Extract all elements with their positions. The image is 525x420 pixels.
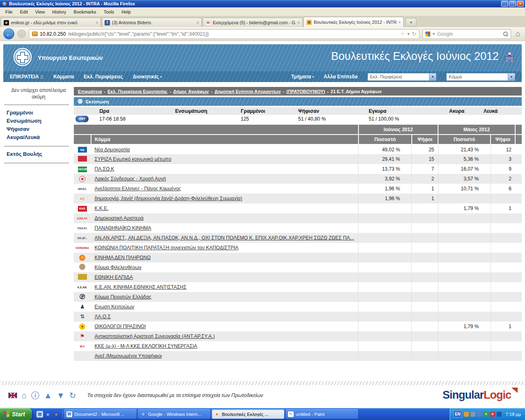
antivirus-tray-icon[interactable]: V — [484, 412, 488, 417]
url-bar[interactable]: 10.82.0.250 /ekloges/public/#{"cls":"lev… — [29, 29, 420, 39]
party-link[interactable]: Δημοκρατική Αριστερά — [95, 215, 144, 221]
print-label[interactable]: Εκτύπωση — [86, 99, 109, 104]
forward-button[interactable]: → — [17, 30, 26, 38]
menu-item[interactable]: File — [2, 8, 16, 16]
home-button[interactable]: ⌂ — [514, 30, 522, 38]
sidebar-item[interactable]: Γραμμένοι — [3, 109, 74, 117]
info-icon[interactable]: i — [31, 391, 39, 399]
new-tab-button[interactable]: + — [406, 18, 416, 27]
chevron-down-icon[interactable]: ▾ — [508, 73, 515, 80]
sidebar-item[interactable]: Ακυρα/Λευκά — [3, 133, 74, 142]
app-tray-icon[interactable] — [497, 412, 502, 417]
search-icon[interactable] — [503, 32, 508, 37]
bookmark-star-icon[interactable]: ☆ — [400, 31, 405, 37]
party-link[interactable]: Ενωση Κεντρώων — [95, 304, 134, 310]
maximize-button[interactable]: ❐ — [509, 1, 516, 7]
tab-close-icon[interactable]: × — [196, 21, 199, 25]
home-icon[interactable]: ⌂ — [22, 391, 27, 400]
firefox-icon[interactable]: ● — [53, 411, 59, 418]
menu-item[interactable]: Help — [118, 8, 135, 16]
taskbar-button-label: Βουλευτικές Εκλογές ... — [222, 412, 269, 417]
menu-item[interactable]: View — [32, 8, 49, 16]
sidebar-item[interactable]: Ενσωμάτωση — [3, 117, 74, 125]
tab-close-icon[interactable]: × — [96, 21, 98, 25]
party-link[interactable]: ΚΚΕ (μ-λ) - Μ-Λ ΚΚΕ ΕΚΛΟΓΙΚΗ ΣΥΝΕΡΓΑΣΙΑ — [95, 343, 197, 349]
tab[interactable]: f(3) Antonios Bideris× — [102, 18, 202, 27]
party-link[interactable]: Κ.Ε.ΑΝ. ΚΙΝΗΜΑ ΕΘΝΙΚΗΣ ΑΝΤΙΣΤΑΣΗΣ — [95, 284, 187, 290]
taskbar-button[interactable]: ✎untitled - Paint — [285, 409, 358, 419]
start-button[interactable]: Start — [0, 408, 32, 420]
breadcrumb-item[interactable]: Επικράτεια — [78, 89, 102, 94]
party-link[interactable]: Αντικαπιταλιστική Αριστερή Συνεργασία (Α… — [95, 333, 215, 339]
messenger-tray-icon[interactable] — [477, 412, 482, 417]
language-indicator[interactable]: EN — [453, 411, 462, 418]
nav-item[interactable]: Εκλ. Περιφέρειες — [84, 74, 123, 80]
party-link[interactable]: ΚΙΝΗΜΑ ΔΕΝ ΠΛΗΡΩΝΩ — [95, 255, 151, 260]
menu-item[interactable]: Bookmarks — [70, 8, 100, 16]
tab[interactable]: MΕισερχόμενα (5) - bideris@gmail.com - G… — [203, 18, 303, 27]
wireless-tray-icon[interactable] — [470, 412, 475, 417]
window-titlebar[interactable]: Βουλευτικές Εκλογές Ιούνιος 2012 - INTRA… — [0, 0, 525, 7]
up-arrow-icon[interactable]: ▲ — [44, 391, 52, 400]
breadcrumb-item[interactable]: Δημοτική Ενότητα Απεραντίων — [215, 89, 281, 94]
nav-item[interactable]: Αλλα Επίπεδα — [324, 74, 358, 80]
party-link[interactable]: Κόμμα Φιλελευθέρων — [95, 265, 142, 270]
google-icon[interactable] — [425, 32, 430, 37]
party-link[interactable]: ΕΘΝΙΚΗ ΕΛΠΙΔΑ — [95, 274, 133, 280]
refresh-icon[interactable]: ↻ — [69, 391, 76, 400]
tab-close-icon[interactable]: × — [398, 20, 401, 25]
party-link[interactable]: δημιουργία, ξανά! (δημιουργία ξανά!-Δράσ… — [95, 196, 242, 201]
reload-icon[interactable]: ↻ — [412, 31, 416, 37]
menu-item[interactable]: Tools — [100, 8, 118, 16]
party-link[interactable]: ΟΙΚΟΛΟΓΟΙ ΠΡΑΣΙΝΟΙ — [95, 324, 146, 329]
breadcrumb-item[interactable]: Δήμος Αγράφων — [173, 89, 209, 94]
tab[interactable]: eenikos.gr - εδώ μιλάμε στον ενικό× — [1, 18, 101, 27]
ie-icon[interactable]: e — [45, 411, 51, 418]
site-identity-icon[interactable] — [32, 32, 38, 36]
party-link[interactable]: Λαικός Σύνδεσμος - Χρυσή Αυγή — [95, 176, 166, 182]
clock[interactable]: 7:18 μμ — [506, 412, 521, 417]
taskbar-button[interactable]: WDocument2 - Microsoft ... — [64, 409, 137, 419]
blocked-tray-icon[interactable]: ⊘ — [490, 412, 495, 417]
back-button[interactable]: ← — [3, 28, 14, 39]
print-bar[interactable]: Εκτύπωση — [74, 97, 522, 106]
down-arrow-icon[interactable]: ▼ — [57, 391, 65, 400]
party-link[interactable]: ΠΑ.ΣΟ.Κ — [95, 166, 114, 172]
party-link[interactable]: ΠΑΝΑΘΗΝΑΪΚΟ ΚΙΝΗΜΑ — [95, 225, 151, 231]
breadcrumb-item[interactable]: (ΠΡΑΤΟΒΟΥΝΙΟΥ) — [286, 89, 325, 94]
search-engine-dropdown-icon[interactable]: ▾ — [432, 31, 435, 37]
party-link[interactable]: Κόμμα Πειρατών Ελλάδας — [95, 294, 152, 300]
chevron-down-icon[interactable]: ▾ — [429, 73, 436, 80]
party-link[interactable]: Κ.Κ.Ε. — [95, 205, 109, 211]
minimize-button[interactable]: _ — [501, 1, 508, 7]
region-select[interactable]: Εκλ. Περιφέρεια▾ — [368, 73, 436, 81]
party-link[interactable]: Ανεξ./Μεμονωμένοι Υποψήφιοι — [95, 353, 162, 359]
search-input[interactable]: Google — [437, 31, 501, 37]
tab-active[interactable]: ▣Βουλευτικές Εκλογές Ιούνιος 2012 - INTR… — [304, 17, 404, 27]
close-button[interactable]: × — [517, 1, 524, 7]
sidebar-item[interactable]: Ψήφισαν — [3, 125, 74, 133]
nav-item[interactable]: ΕΠΙΚΡΑΤΕΙΑ :: — [10, 74, 43, 80]
taskbar-button[interactable]: eGoogle - Windows Intern... — [138, 409, 210, 419]
party-link[interactable]: Ανεξάρτητοι Ελληνες - Πάνος Καμμένος — [95, 186, 181, 192]
party-link[interactable]: ΛΑ.Ο.Σ — [95, 314, 111, 320]
msn-tray-icon[interactable] — [464, 412, 469, 417]
party-link[interactable]: ΣΥΡΙΖΑ Ενωτικό κοινωνικό μέτωπο — [95, 156, 171, 162]
nav-item[interactable]: Διοικητικές▾ — [133, 74, 162, 80]
menu-item[interactable]: Edit — [16, 8, 32, 16]
menu-item[interactable]: History — [48, 8, 70, 16]
party-link[interactable]: Νέα Δημοκρατία — [95, 147, 130, 153]
url-dropdown-icon[interactable]: ▾ — [407, 31, 410, 37]
search-bar[interactable]: ▾ Google — [422, 29, 511, 39]
breadcrumb-item[interactable]: Εκλ. Περιφέρεια Ευρυτανίας — [107, 89, 167, 94]
nav-item[interactable]: Τμήματα▾ — [291, 74, 314, 80]
taskbar-button[interactable]: ●Βουλευτικές Εκλογές ... — [212, 409, 284, 419]
party-select[interactable]: Κόμμα▾ — [446, 73, 515, 81]
sidebar-item[interactable]: Εκτός Βουλής — [3, 150, 74, 158]
party-link[interactable]: ΚΟΙΝΩΝΙΑ ΠΟΛΙΤΙΚΗ ΠΑΡΑΤΑΞΗ συνεχιστών το… — [95, 245, 239, 251]
desktop-icon[interactable]: ▦ — [37, 411, 43, 418]
party-link[interactable]: ΑΝ.ΑΝ.ΑΡΙΣΤ., ΑΝ.ΔΕΞΙΑ, ΑΝ.ΠΑΣΟΚ, ΑΝ.Ν.Δ… — [95, 235, 354, 241]
tab-close-icon[interactable]: × — [297, 21, 300, 25]
nav-item[interactable]: Κόμματα — [53, 74, 74, 80]
uk-flag-icon[interactable] — [8, 393, 17, 398]
